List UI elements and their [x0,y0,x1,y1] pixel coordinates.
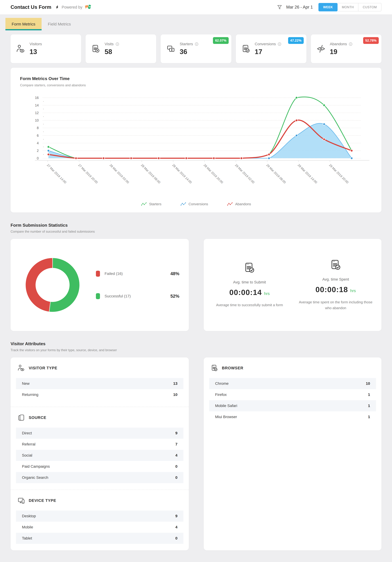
page-check-icon [242,44,251,53]
svg-text:28 Mar 2019 08:00: 28 Mar 2019 08:00 [140,163,161,184]
avg-time-spent: Avg. time Spent 00:00:18hrs Average time… [293,259,379,311]
time-unit: hrs [350,288,356,293]
section-subtitle: Compare the number of successful and fai… [11,230,381,234]
month-button[interactable]: MONTH [337,3,358,11]
brand-area: Contact Us Form Powered by [11,4,92,11]
status-badge: 47.22% [288,37,304,44]
form-check-icon [244,262,255,274]
top-header: Contact Us Form Powered by Mar 26 - Apr … [0,0,392,14]
device-type-section: DEVICE TYPE Desktop9 Mobile4 Tablet0 [11,490,189,550]
svg-text:29 Mar 2019 08:00: 29 Mar 2019 08:00 [266,163,287,184]
status-badge: 52.78% [363,37,379,44]
metrics-tabs: Form Metrics Field Metrics [5,18,392,30]
legend-percent: 52% [170,293,179,299]
legend-label: Abandons [235,202,251,206]
svg-text:16: 16 [35,96,39,100]
avg-time-to-submit: Avg. time to Submit 00:00:14hrs Average … [207,262,293,308]
legend-item-abandons[interactable]: Abandons [227,202,251,206]
section-subtitle: Track the visitors on your forms by thei… [11,348,381,352]
donut-legend-failed: Failed (16) 48% [96,271,179,277]
stat-value: 19 [330,48,352,56]
stat-value: 36 [180,48,198,56]
time-caption: Average time spent on the form including… [298,299,373,311]
chart-legend: Starters Conversions Abandons [20,202,372,206]
table-row: Mobile Safari1 [209,400,376,411]
info-icon[interactable] [278,42,281,46]
legend-label: Failed (16) [104,271,123,276]
attributes-left-card: VISITOR TYPE New13 Returning10 SOURCE Di… [11,357,189,550]
date-range[interactable]: Mar 26 - Apr 1 [286,5,313,10]
svg-text:2: 2 [37,149,39,152]
source-section: SOURCE Direct9 Referral7 Social4 Paid Ca… [11,407,189,490]
stat-label: Conversions [255,42,276,46]
svg-text:12: 12 [35,111,39,115]
pages-icon [18,414,25,421]
person-eye-icon [16,44,25,53]
filter-icon[interactable] [277,5,282,10]
page-title: Contact Us Form [11,4,51,10]
svg-text:29 Mar 2019 20:00: 29 Mar 2019 20:00 [328,163,349,184]
time-unit: hrs [264,291,270,296]
info-icon[interactable] [115,42,119,46]
section-title: Form Submission Statistics [11,223,381,228]
donut-legend: Failed (16) 48% Successful (17) 52% [96,271,179,299]
stat-cards-row: Visitors 13 Visits 58 Starters 36 62.07%… [11,35,381,63]
svg-text:10: 10 [35,118,39,122]
stat-card-starters: Starters 36 62.07% [161,35,231,63]
table-row: Firefox1 [209,389,376,400]
time-label: Avg. time to Submit [233,280,266,284]
visitor-attributes-row: VISITOR TYPE New13 Returning10 SOURCE Di… [11,357,381,550]
range-toggle: WEEK MONTH CUSTOM [318,3,381,11]
stat-card-conversions: Conversions 17 47.22% [236,35,306,63]
svg-text:28 Mar 2019 02:00: 28 Mar 2019 02:00 [109,163,130,184]
header-controls: Mar 26 - Apr 1 WEEK MONTH CUSTOM [277,3,381,11]
visitor-type-section: VISITOR TYPE New13 Returning10 [11,357,189,407]
legend-label: Successful (17) [104,294,131,298]
section-label: DEVICE TYPE [29,498,56,503]
status-badge: 62.07% [213,37,229,44]
submission-stats-heading: Form Submission Statistics Compare the n… [11,223,381,234]
table-row: Mobile4 [16,522,184,533]
tab-field-metrics[interactable]: Field Metrics [42,18,77,30]
stat-label: Abandons [330,42,347,46]
metrics-line-chart: 024681012141627 Mar 2019 14:0027 Mar 201… [20,91,372,201]
failed-swatch [96,271,100,277]
stat-card-visitors: Visitors 13 [11,35,81,63]
legend-label: Starters [149,202,161,206]
svg-text:29 Mar 2019 02:00: 29 Mar 2019 02:00 [234,163,255,184]
stat-label: Visitors [30,42,42,46]
custom-button[interactable]: CUSTOM [358,3,381,11]
svg-text:6: 6 [37,134,39,137]
stat-value: 58 [104,48,119,56]
cards-start-icon [166,44,175,53]
form-check-icon [330,259,342,271]
table-row: Paid Campaigns0 [16,461,184,472]
week-button[interactable]: WEEK [318,3,337,11]
table-row: Referral7 [16,439,184,450]
svg-text:4: 4 [37,141,39,145]
page-eye-icon [91,44,100,53]
donut-legend-successful: Successful (17) 52% [96,293,179,299]
stat-card-abandons: Abandons 19 52.78% [311,35,381,63]
stat-value: 13 [30,48,42,56]
avg-times-card: Avg. time to Submit 00:00:14hrs Average … [204,239,381,331]
attributes-right-card: BROWSER Chrome10 Firefox1 Mobile Safari1… [204,357,381,550]
stat-card-visits: Visits 58 [86,35,156,63]
svg-text:29 Mar 2019 14:00: 29 Mar 2019 14:00 [297,163,318,184]
legend-item-conversions[interactable]: Conversions [180,202,208,206]
tab-form-metrics[interactable]: Form Metrics [5,18,42,30]
section-title: Visitor Attributes [11,341,381,346]
form-metrics-chart-panel: Form Metrics Over Time Compare starters,… [11,68,381,212]
time-value: 00:00:14hrs [229,288,270,297]
info-icon[interactable] [349,42,352,46]
section-label: VISITOR TYPE [29,366,57,370]
table-row: New13 [16,378,184,389]
lightning-bolt-icon [55,5,59,10]
table-row: Tablet0 [16,533,184,544]
svg-text:8: 8 [37,126,39,130]
info-icon[interactable] [195,42,198,46]
table-row: Organic Search0 [16,472,184,483]
legend-percent: 48% [170,271,179,276]
zoho-forms-logo-icon [84,4,92,11]
legend-item-starters[interactable]: Starters [141,202,161,206]
